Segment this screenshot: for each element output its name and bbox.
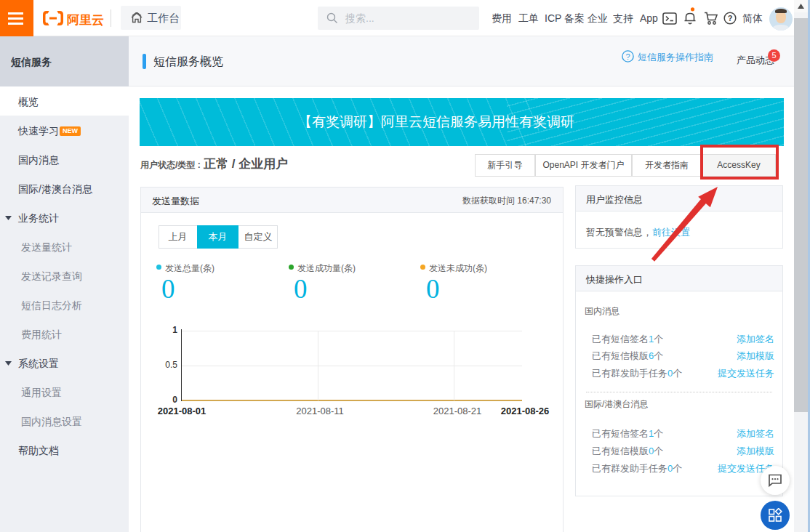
svg-text:?: ? [728,14,733,23]
svg-text:?: ? [625,52,630,61]
